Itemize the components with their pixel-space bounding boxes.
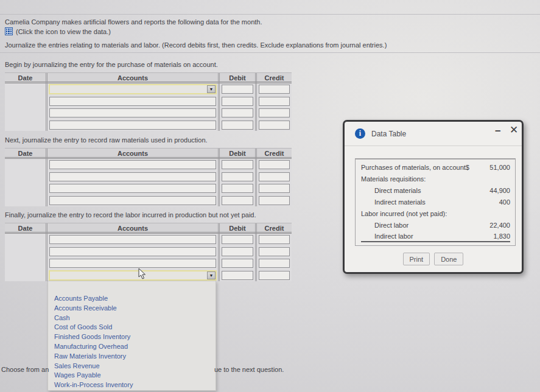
mouse-cursor-icon: [138, 268, 147, 280]
col-accounts: Accounts: [46, 223, 218, 234]
dropdown-option[interactable]: Manufacturing Overhead: [48, 342, 216, 352]
col-date: Date: [5, 149, 46, 159]
prompt-materials: Next, journalize the entry to record raw…: [5, 136, 208, 144]
dropdown-option[interactable]: Work-in-Process Inventory: [48, 380, 216, 390]
date-cell: [5, 234, 46, 246]
date-cell: [5, 183, 46, 195]
credit-input[interactable]: [259, 196, 290, 205]
credit-input[interactable]: [259, 172, 290, 181]
credit-input[interactable]: [259, 85, 290, 94]
data-row: Materials requisitions:: [361, 173, 510, 184]
info-icon: i: [355, 128, 365, 139]
credit-input[interactable]: [259, 121, 290, 130]
minimize-button[interactable]: –: [495, 125, 500, 136]
accounts-input[interactable]: [49, 172, 216, 181]
journal-row: [5, 234, 292, 246]
dropdown-option[interactable]: Accounts Receivable: [48, 304, 216, 313]
accounts-input[interactable]: [49, 235, 216, 244]
data-table-icon[interactable]: [5, 27, 13, 35]
top-divider: [0, 14, 540, 15]
col-credit: Credit: [255, 149, 292, 159]
dropdown-option[interactable]: Cost of Goods Sold: [48, 323, 216, 332]
dropdown-arrow-icon[interactable]: ▼: [207, 85, 216, 93]
col-accounts: Accounts: [46, 73, 218, 83]
credit-input[interactable]: [259, 271, 290, 280]
date-cell: [5, 159, 46, 171]
data-row: Direct labor 22,400: [361, 219, 510, 231]
accounts-input[interactable]: [49, 121, 216, 130]
journal-row: [5, 171, 292, 183]
journal-row: ▼: [5, 270, 292, 282]
journal-table-purchase: Date Accounts Debit Credit ▼: [5, 72, 292, 131]
credit-input[interactable]: [259, 108, 290, 117]
done-button[interactable]: Done: [434, 253, 463, 265]
debit-input[interactable]: [222, 235, 253, 244]
accounts-input[interactable]: [49, 259, 216, 268]
dropdown-arrow-icon[interactable]: ▼: [207, 271, 216, 279]
date-cell: [5, 270, 46, 282]
journal-row: [5, 107, 292, 119]
prompt-labor: Finally, journalize the entry to record …: [5, 211, 256, 219]
credit-input[interactable]: [259, 235, 290, 244]
journal-row: [5, 183, 292, 195]
accounts-select-open[interactable]: ▼: [49, 270, 217, 281]
date-cell: [5, 107, 46, 119]
debit-input[interactable]: [222, 108, 253, 117]
accounts-input[interactable]: [49, 247, 216, 256]
accounts-input[interactable]: [49, 108, 216, 117]
credit-input[interactable]: [259, 247, 290, 256]
close-icon[interactable]: ✕: [510, 125, 518, 135]
date-cell: [5, 96, 46, 108]
debit-input[interactable]: [222, 85, 253, 94]
data-table-title: Data Table: [371, 130, 406, 138]
date-cell: [5, 257, 46, 270]
dropdown-option[interactable]: Cash: [48, 313, 216, 323]
debit-input[interactable]: [222, 97, 253, 106]
dropdown-option[interactable]: Sales Revenue: [48, 362, 216, 371]
dropdown-option[interactable]: Raw Materials Inventory: [48, 352, 216, 362]
debit-input[interactable]: [222, 259, 253, 268]
accounts-select-focused[interactable]: ▼: [49, 84, 217, 94]
date-cell: [5, 119, 46, 131]
accounts-input[interactable]: [49, 196, 216, 205]
col-date: Date: [5, 223, 46, 234]
debit-input[interactable]: [222, 172, 253, 181]
col-accounts: Accounts: [46, 149, 218, 159]
debit-input[interactable]: [222, 247, 253, 256]
credit-input[interactable]: [259, 184, 290, 193]
date-cell: [5, 246, 46, 258]
click-icon-text: (Click the icon to view the data.): [16, 28, 111, 35]
data-row: Purchases of materials, on account $ 51,…: [361, 161, 510, 173]
debit-input[interactable]: [222, 184, 253, 193]
instruction-text: Journalize the entries relating to mater…: [5, 41, 387, 49]
data-table-titlebar[interactable]: i Data Table – ✕: [345, 122, 522, 146]
problem-page: Camelia Company makes artificial flowers…: [0, 0, 540, 392]
accounts-input[interactable]: [49, 184, 216, 193]
date-cell: [5, 195, 46, 207]
credit-input[interactable]: [259, 259, 290, 268]
dropdown-option[interactable]: Wages Payable: [48, 371, 216, 380]
data-row: Labor incurred (not yet paid):: [361, 208, 510, 219]
dropdown-option[interactable]: Finished Goods Inventory: [48, 332, 216, 342]
credit-input[interactable]: [259, 97, 290, 106]
print-button[interactable]: Print: [403, 253, 430, 265]
col-debit: Debit: [218, 223, 255, 234]
debit-input[interactable]: [222, 121, 253, 130]
debit-input[interactable]: [222, 271, 253, 280]
debit-input[interactable]: [222, 160, 253, 169]
debit-input[interactable]: [222, 196, 253, 205]
accounts-input[interactable]: [49, 97, 216, 106]
journal-row: [5, 96, 292, 108]
accounts-input[interactable]: [49, 160, 216, 169]
journal-header: Date Accounts Debit Credit: [5, 72, 292, 83]
data-row: Indirect labor 1,830: [361, 231, 510, 242]
section-divider: [0, 52, 540, 53]
date-cell: [5, 83, 46, 96]
journal-table-materials: Date Accounts Debit Credit: [5, 148, 292, 206]
date-cell: [5, 171, 46, 183]
accounts-dropdown-list: Accounts Payable Accounts Receivable Cas…: [47, 281, 216, 391]
dropdown-option[interactable]: Accounts Payable: [48, 294, 216, 304]
journal-row: [5, 159, 292, 171]
credit-input[interactable]: [259, 160, 290, 169]
journal-header: Date Accounts Debit Credit: [5, 223, 292, 234]
